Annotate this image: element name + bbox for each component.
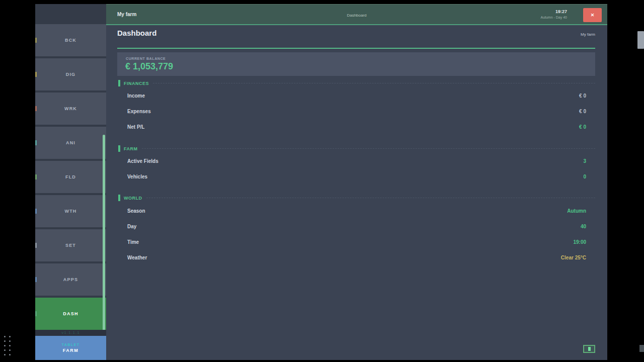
sidebar-item-label: WTH (64, 209, 76, 214)
row-value: € 0 (579, 109, 586, 114)
sidebar-item-apps[interactable]: APPS (35, 263, 106, 296)
bck-icon (35, 38, 37, 43)
row-label: Weather (127, 255, 147, 260)
sidebar-item-label: WRK (64, 106, 77, 111)
row-day: Day 40 (127, 223, 586, 230)
dig-icon (35, 72, 37, 77)
apps-icon (35, 277, 37, 282)
page-title: Dashboard (117, 29, 156, 37)
close-button[interactable]: ✕ (583, 8, 602, 22)
balance-label: CURRENT BALANCE (126, 57, 166, 60)
row-value: Autumn (567, 208, 586, 214)
fld-icon (35, 174, 37, 179)
row-label: Time (127, 239, 139, 245)
section-header-finances: FINANCES (118, 80, 595, 86)
sidebar-item-bck[interactable]: BCK (35, 24, 106, 56)
ani-icon (35, 140, 37, 145)
section-header-farm: FARM (118, 145, 595, 152)
row-income: Income € 0 (127, 93, 586, 99)
battery-level (588, 347, 591, 351)
sidebar-scrollbar[interactable] (103, 135, 105, 331)
row-active-fields: Active Fields 3 (127, 158, 586, 164)
sidebar-item-set[interactable]: SET (35, 229, 106, 261)
sidebar-item-dig[interactable]: DIG (35, 58, 106, 90)
row-label: Vehicles (127, 174, 147, 179)
battery-icon (583, 345, 595, 353)
balance-card: CURRENT BALANCE € 1,053,779 (117, 52, 595, 76)
section-divider (153, 83, 595, 83)
row-label: Expenses (127, 109, 151, 114)
row-label: Net P/L (127, 124, 144, 130)
sidebar-item-wrk[interactable]: WRK (35, 93, 106, 125)
section-divider (146, 198, 596, 198)
titlebar: My farm Dashboard 19:27 Autumn - Day 40 … (106, 4, 607, 25)
row-time: Time 19:00 (127, 239, 586, 245)
sidebar-item-label: SET (65, 243, 76, 248)
wth-icon (35, 209, 37, 214)
balance-value: € 1,053,779 (125, 61, 173, 72)
accent-divider (117, 48, 595, 49)
brand-top-label: TABLET (61, 343, 79, 346)
section-marker (118, 80, 120, 86)
section-title: FINANCES (124, 81, 149, 86)
section-marker (118, 145, 120, 152)
section-marker (118, 195, 120, 201)
wrk-icon (35, 106, 37, 111)
section-title: WORLD (124, 196, 142, 201)
app-version: v1.1.1.1 (35, 330, 106, 336)
row-label: Active Fields (127, 158, 158, 164)
page-farm-label: My farm (453, 32, 595, 37)
row-value: 3 (583, 158, 586, 164)
sidebar-item-label: ANI (66, 140, 75, 145)
row-expenses: Expenses € 0 (127, 108, 586, 115)
section-title: FARM (124, 146, 138, 151)
row-vehicles: Vehicles 0 (127, 173, 586, 180)
sidebar-item-ani[interactable]: ANI (35, 127, 106, 159)
sidebar-item-label: BCK (65, 38, 76, 43)
dot-grid-decoration (4, 336, 11, 355)
dash-icon (35, 311, 37, 316)
row-value: 0 (583, 174, 586, 179)
clock-time: 19:27 (466, 9, 567, 14)
row-value: € 0 (579, 93, 586, 99)
brand-bottom-label: FARM (63, 348, 79, 353)
row-label: Day (127, 224, 136, 229)
row-season: Season Autumn (127, 208, 586, 214)
sidebar-item-fld[interactable]: FLD (35, 161, 106, 193)
sidebar-item-label: APPS (63, 277, 78, 282)
section-divider (142, 148, 596, 149)
sidebar-item-label: DIG (66, 72, 76, 77)
row-label: Income (127, 93, 145, 99)
close-icon: ✕ (591, 13, 595, 18)
row-net-pl: Net P/L € 0 (127, 124, 586, 130)
sidebar-item-label: DASH (63, 311, 78, 316)
window-scrollbar-thumb[interactable] (637, 31, 644, 49)
game-screen: BCK DIG WRK ANI FLD WTH SET APPS DASH v1… (0, 0, 644, 362)
section-header-world: WORLD (118, 195, 595, 201)
sidebar-item-wth[interactable]: WTH (35, 195, 106, 227)
row-weather: Weather Clear 25°C (127, 254, 586, 261)
row-value: Clear 25°C (561, 255, 586, 260)
sidebar-item-label: FLD (65, 174, 76, 179)
row-label: Season (127, 208, 145, 214)
clock-date: Autumn - Day 40 (466, 16, 567, 19)
row-value: € 0 (579, 124, 586, 130)
row-value: 19:00 (573, 239, 586, 245)
set-icon (35, 243, 37, 248)
brand-logo: TABLET FARM (35, 336, 106, 360)
row-value: 40 (581, 224, 586, 229)
window-scrollbar-end (639, 345, 644, 352)
sidebar-item-dash[interactable]: DASH (35, 298, 106, 330)
